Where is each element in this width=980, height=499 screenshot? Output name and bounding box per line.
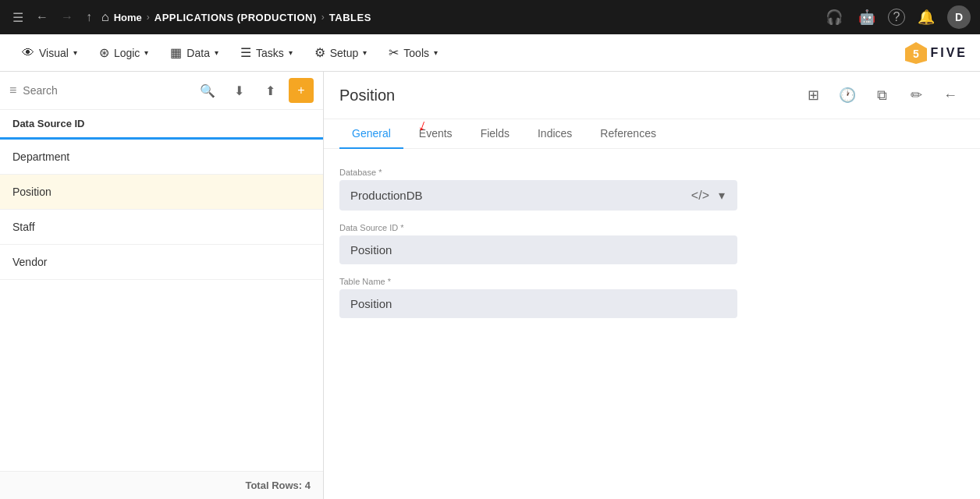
- sidebar-item-department[interactable]: Department: [0, 140, 323, 175]
- nav-setup[interactable]: ⚙ Setup ▾: [305, 41, 377, 65]
- total-rows-label: Total Rows: 4: [245, 480, 311, 491]
- form-fields-wrapper: Database * </> ▾ Data Source ID * Table …: [339, 168, 737, 318]
- history-button[interactable]: 🕐: [833, 81, 861, 109]
- logic-icon: ⊛: [99, 45, 109, 60]
- tab-events[interactable]: Events ↓: [407, 119, 465, 149]
- avatar[interactable]: D: [947, 5, 971, 29]
- database-field: Database * </> ▾: [339, 168, 737, 211]
- download-button[interactable]: ⬇: [226, 78, 251, 103]
- form-area: Database * </> ▾ Data Source ID * Table …: [324, 149, 980, 499]
- database-input[interactable]: [347, 187, 687, 203]
- back-button[interactable]: ←: [936, 81, 964, 109]
- nav-data[interactable]: ▦ Data ▾: [161, 41, 228, 65]
- sidebar-search: [23, 84, 189, 97]
- content-area: Position ⊞ 🕐 ⧉ ✏ ← General Events ↓ Fiel…: [324, 72, 980, 499]
- grid-view-button[interactable]: ⊞: [799, 81, 827, 109]
- nav-tasks-label: Tasks: [256, 47, 284, 59]
- filter-icon: ≡: [9, 83, 16, 97]
- tab-indices[interactable]: Indices: [525, 119, 584, 149]
- nav-setup-label: Setup: [330, 47, 359, 59]
- datasource-field: Data Source ID *: [339, 223, 737, 264]
- data-arrow: ▾: [215, 48, 218, 57]
- database-expand-button[interactable]: ▾: [714, 186, 730, 204]
- sidebar-header: Data Source ID: [0, 110, 323, 140]
- tabs-bar: General Events ↓ Fields Indices Referenc…: [324, 119, 980, 149]
- breadcrumb-home-icon: ⌂: [101, 10, 109, 24]
- nav-logic-label: Logic: [114, 47, 140, 59]
- tab-fields[interactable]: Fields: [468, 119, 522, 149]
- edit-button[interactable]: ✏: [902, 81, 930, 109]
- logic-arrow: ▾: [144, 48, 148, 57]
- content-actions: ⊞ 🕐 ⧉ ✏ ←: [799, 81, 964, 109]
- add-button[interactable]: +: [289, 78, 314, 103]
- tools-arrow: ▾: [434, 48, 438, 57]
- tasks-icon: ☰: [240, 45, 251, 60]
- secondary-nav: 👁 Visual ▾ ⊛ Logic ▾ ▦ Data ▾ ☰ Tasks ▾ …: [0, 34, 980, 72]
- sidebar-toolbar: ≡ 🔍 ⬇ ⬆ +: [0, 72, 323, 110]
- database-code-button[interactable]: </>: [687, 187, 714, 204]
- breadcrumb: ⌂ Home › Applications (Production) › Tab…: [101, 10, 816, 24]
- top-nav-bar: ☰ ← → ↑ ⌂ Home › Applications (Productio…: [0, 0, 980, 34]
- sidebar-item-vendor[interactable]: Vendor: [0, 245, 323, 280]
- content-header: Position ⊞ 🕐 ⧉ ✏ ←: [324, 72, 980, 119]
- main-layout: ≡ 🔍 ⬇ ⬆ + Data Source ID Department Posi…: [0, 72, 980, 499]
- tab-general[interactable]: General: [339, 119, 403, 149]
- visual-icon: 👁: [22, 46, 34, 60]
- setup-arrow: ▾: [363, 48, 367, 57]
- back-icon[interactable]: ←: [33, 7, 51, 27]
- tablename-label: Table Name *: [339, 277, 737, 286]
- breadcrumb-home[interactable]: Home: [114, 12, 142, 23]
- breadcrumb-sep-2: ›: [321, 12, 325, 23]
- database-label: Database *: [339, 168, 737, 177]
- help-icon[interactable]: ?: [888, 9, 905, 26]
- search-input[interactable]: [23, 84, 189, 97]
- bell-icon[interactable]: 🔔: [914, 5, 938, 29]
- nav-tasks[interactable]: ☰ Tasks ▾: [231, 41, 302, 65]
- tasks-arrow: ▾: [289, 48, 293, 57]
- sidebar-item-position[interactable]: Position: [0, 175, 323, 210]
- search-button[interactable]: 🔍: [195, 78, 220, 103]
- setup-icon: ⚙: [314, 45, 325, 60]
- forward-icon[interactable]: →: [58, 7, 76, 27]
- sidebar-list: Department Position Staff Vendor: [0, 140, 323, 471]
- database-input-wrapper: </> ▾: [339, 180, 737, 211]
- tablename-input[interactable]: [339, 289, 737, 318]
- sidebar-footer: Total Rows: 4: [0, 471, 323, 499]
- robot-icon[interactable]: 🤖: [855, 5, 879, 29]
- nav-visual[interactable]: 👁 Visual ▾: [12, 41, 87, 65]
- up-icon[interactable]: ↑: [83, 7, 95, 27]
- nav-visual-label: Visual: [39, 47, 69, 59]
- nav-tools[interactable]: ✂ Tools ▾: [379, 41, 447, 65]
- five-logo: 5 FIVE: [904, 41, 968, 65]
- nav-tools-label: Tools: [403, 47, 429, 59]
- menu-icon[interactable]: ☰: [9, 7, 27, 28]
- breadcrumb-tables[interactable]: Tables: [329, 12, 371, 23]
- visual-arrow: ▾: [73, 48, 77, 57]
- sidebar-item-staff[interactable]: Staff: [0, 210, 323, 245]
- svg-text:5: 5: [914, 48, 920, 60]
- breadcrumb-sep-1: ›: [147, 12, 150, 23]
- five-logo-icon: 5: [904, 41, 929, 65]
- tab-references[interactable]: References: [588, 119, 669, 149]
- tools-icon: ✂: [389, 45, 399, 60]
- top-nav-right: 🎧 🤖 ? 🔔 D: [822, 5, 971, 29]
- datasource-input[interactable]: [339, 235, 737, 264]
- datasource-label: Data Source ID *: [339, 223, 737, 232]
- nav-logic[interactable]: ⊛ Logic ▾: [90, 41, 158, 65]
- nav-data-label: Data: [186, 47, 210, 59]
- page-title: Position: [339, 87, 395, 104]
- copy-button[interactable]: ⧉: [868, 81, 896, 109]
- support-icon[interactable]: 🎧: [822, 5, 846, 29]
- breadcrumb-applications[interactable]: Applications (Production): [154, 12, 317, 23]
- tablename-field: Table Name *: [339, 277, 737, 318]
- data-icon: ▦: [170, 45, 182, 60]
- sidebar: ≡ 🔍 ⬇ ⬆ + Data Source ID Department Posi…: [0, 72, 324, 499]
- upload-button[interactable]: ⬆: [257, 78, 282, 103]
- five-logo-text: FIVE: [930, 46, 968, 60]
